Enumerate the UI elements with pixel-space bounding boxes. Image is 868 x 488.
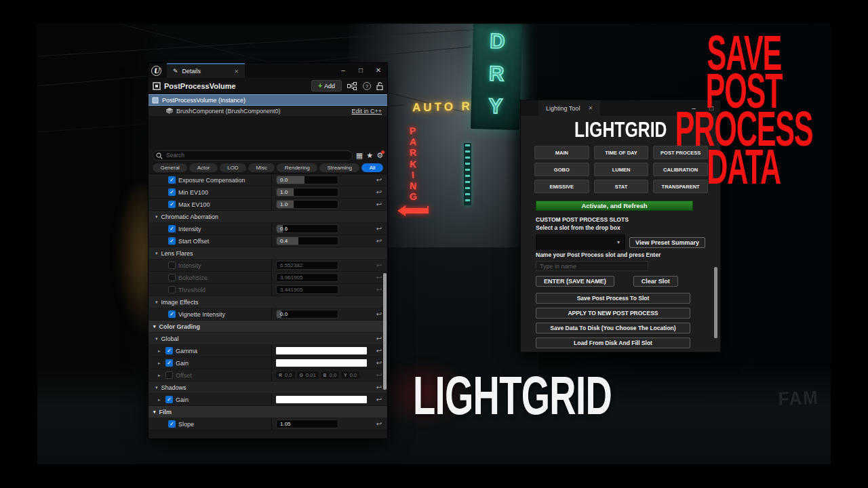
offset-y-field[interactable]: Y0.0 bbox=[341, 371, 359, 379]
maximize-button[interactable]: □ bbox=[703, 101, 720, 116]
tab-close-icon[interactable]: ✕ bbox=[588, 105, 593, 111]
property-row[interactable]: ✓Slope 1.05 ↩ bbox=[149, 418, 387, 430]
property-row[interactable]: ✓Start Offset 0.4 ↩ bbox=[149, 235, 387, 247]
value-field[interactable]: 3.961905 bbox=[276, 273, 338, 282]
property-row[interactable]: ▸Offset R0.0 G0.01 B0.0 Y0.0 ↩ bbox=[149, 369, 387, 382]
calibration-button[interactable]: CALIBRATION bbox=[653, 163, 708, 176]
filter-streaming[interactable]: Streaming bbox=[319, 163, 359, 172]
checkbox-checked[interactable]: ✓ bbox=[168, 310, 176, 318]
tab-close-icon[interactable]: ✕ bbox=[234, 68, 239, 75]
checkbox-unchecked[interactable] bbox=[168, 286, 176, 293]
checkbox-unchecked[interactable] bbox=[165, 371, 173, 379]
favorites-star-icon[interactable]: ★ bbox=[366, 152, 373, 159]
value-slider[interactable]: 0.0 bbox=[276, 176, 338, 184]
property-row[interactable]: ✓Max EV100 1.0 ↩ bbox=[149, 199, 387, 211]
slot-dropdown[interactable]: ▾ bbox=[536, 235, 625, 250]
section-row[interactable]: ▾ Film bbox=[149, 406, 387, 418]
collapse-icon[interactable]: ▾ bbox=[155, 336, 158, 342]
value-slider[interactable]: 0.6 bbox=[276, 224, 338, 233]
filter-general[interactable]: General bbox=[153, 163, 187, 172]
category-row[interactable]: ▾ Image Effects bbox=[149, 296, 387, 308]
collapse-icon[interactable]: ▾ bbox=[155, 214, 158, 220]
checkbox-checked[interactable]: ✓ bbox=[168, 420, 176, 428]
grid-view-icon[interactable]: ▦ bbox=[356, 152, 363, 159]
apply-to-new-post-process-button[interactable]: APPLY TO NEW POST PROCESS bbox=[536, 308, 690, 319]
post-process-button[interactable]: POST PROCESS bbox=[653, 146, 708, 159]
property-row[interactable]: BokehSize 3.961905 ↩ bbox=[149, 272, 387, 284]
expand-icon[interactable]: ▸ bbox=[158, 348, 163, 354]
clear-slot-button[interactable]: Clear Slot bbox=[633, 276, 678, 287]
details-scrollbar[interactable] bbox=[383, 273, 387, 390]
instance-row[interactable]: PostProcessVolume (Instance) bbox=[149, 94, 387, 106]
category-row[interactable]: ▾ Global ↩ bbox=[149, 333, 387, 345]
slot-name-input[interactable] bbox=[536, 261, 648, 271]
checkbox-checked[interactable]: ✓ bbox=[168, 225, 176, 232]
view-preset-summary-button[interactable]: View Preset Summary bbox=[629, 237, 705, 248]
reset-icon[interactable]: ↩ bbox=[371, 420, 387, 428]
property-row[interactable]: ▸✓Gain ↩ bbox=[149, 357, 387, 369]
expand-icon[interactable]: ▸ bbox=[158, 397, 163, 403]
value-field[interactable]: 1.05 bbox=[276, 420, 338, 428]
offset-r-field[interactable]: R0.0 bbox=[276, 371, 295, 379]
filter-misc[interactable]: Misc bbox=[248, 163, 275, 172]
color-swatch-bar[interactable] bbox=[276, 396, 367, 403]
collapse-icon[interactable]: ▾ bbox=[155, 251, 158, 256]
reset-icon[interactable]: ↩ bbox=[371, 201, 387, 208]
value-slider[interactable]: 1.0 bbox=[276, 188, 338, 197]
property-row[interactable]: ▸✓Gamma ↩ bbox=[149, 345, 387, 357]
minimize-button[interactable]: – bbox=[685, 101, 703, 116]
value-field[interactable]: 3.441905 bbox=[276, 285, 338, 294]
offset-b-field[interactable]: B0.0 bbox=[321, 371, 340, 379]
value-slider[interactable]: 0.0 bbox=[276, 310, 338, 319]
property-row[interactable]: ▸✓Gain ↩ bbox=[149, 394, 387, 406]
category-row[interactable]: ▾ Chromatic Aberration bbox=[149, 211, 387, 223]
collapse-icon[interactable]: ▾ bbox=[153, 409, 156, 415]
expand-icon[interactable]: ▸ bbox=[158, 373, 163, 378]
category-row[interactable]: ▾ Lens Flares bbox=[149, 247, 387, 260]
edit-in-cpp-link[interactable]: Edit in C++ bbox=[351, 108, 382, 115]
value-slider[interactable]: 0.4 bbox=[276, 237, 338, 245]
main-button[interactable]: MAIN bbox=[534, 146, 589, 159]
close-button[interactable]: ✕ bbox=[370, 63, 387, 78]
property-row[interactable]: ✓Exposure Compensation 0.0 ↩ bbox=[149, 174, 387, 186]
filter-lod[interactable]: LOD bbox=[220, 163, 246, 172]
tab-details[interactable]: ✎ Details ✕ bbox=[167, 63, 245, 78]
color-swatch-bar[interactable] bbox=[276, 347, 367, 354]
component-row[interactable]: BrushComponent (BrushComponent0) Edit in… bbox=[149, 106, 387, 116]
category-row[interactable]: ▾ Shadows ↩ bbox=[149, 382, 387, 394]
save-data-to-disk-button[interactable]: Save Data To Disk (You Choose The Locati… bbox=[536, 323, 690, 333]
section-row[interactable]: ▾ Color Grading bbox=[149, 321, 387, 333]
reset-icon[interactable]: ↩ bbox=[371, 225, 387, 232]
checkbox-checked[interactable]: ✓ bbox=[165, 396, 173, 403]
property-row[interactable]: ✓Min EV100 1.0 ↩ bbox=[149, 186, 387, 199]
time-of-day-button[interactable]: TIME OF DAY bbox=[594, 146, 649, 159]
checkbox-unchecked[interactable] bbox=[168, 274, 176, 281]
unlocked-padlock-icon[interactable] bbox=[376, 82, 383, 90]
enter-save-name-button[interactable]: ENTER (SAVE NAME) bbox=[536, 276, 614, 287]
blueprint-hierarchy-icon[interactable] bbox=[347, 82, 357, 90]
transparent-button[interactable]: TRANSPARENT bbox=[653, 180, 708, 193]
checkbox-checked[interactable]: ✓ bbox=[168, 201, 176, 208]
property-row[interactable]: Threshold 3.441905 ↩ bbox=[149, 284, 387, 296]
checkbox-checked[interactable]: ✓ bbox=[168, 237, 176, 245]
checkbox-checked[interactable]: ✓ bbox=[165, 347, 173, 354]
collapse-icon[interactable]: ▾ bbox=[153, 324, 156, 329]
reset-icon[interactable]: ↩ bbox=[371, 396, 387, 403]
details-titlebar[interactable]: U ✎ Details ✕ – □ ✕ bbox=[149, 63, 387, 78]
filter-actor[interactable]: Actor bbox=[189, 163, 217, 172]
add-component-button[interactable]: + Add bbox=[311, 80, 342, 92]
value-slider[interactable]: 1.0 bbox=[276, 200, 338, 209]
reset-icon[interactable]: ↩ bbox=[371, 262, 387, 269]
lighting-scrollbar[interactable] bbox=[714, 267, 717, 338]
filter-rendering[interactable]: Rendering bbox=[277, 163, 317, 172]
property-row[interactable]: Intensity 6.552382 ↩ bbox=[149, 260, 387, 272]
minimize-button[interactable]: – bbox=[334, 63, 352, 78]
offset-g-field[interactable]: G0.01 bbox=[297, 371, 319, 379]
expand-icon[interactable]: ▸ bbox=[158, 361, 163, 366]
property-row[interactable]: ✓Vignette Intensity 0.0 ↩ bbox=[149, 308, 387, 321]
lighting-titlebar[interactable]: Lighting Tool ✕ – □ bbox=[521, 100, 720, 116]
property-row[interactable]: ✓Intensity 0.6 ↩ bbox=[149, 223, 387, 235]
tab-lighting-tool[interactable]: Lighting Tool ✕ bbox=[538, 100, 600, 116]
search-input[interactable] bbox=[153, 150, 353, 161]
reset-icon[interactable]: ↩ bbox=[371, 237, 387, 245]
